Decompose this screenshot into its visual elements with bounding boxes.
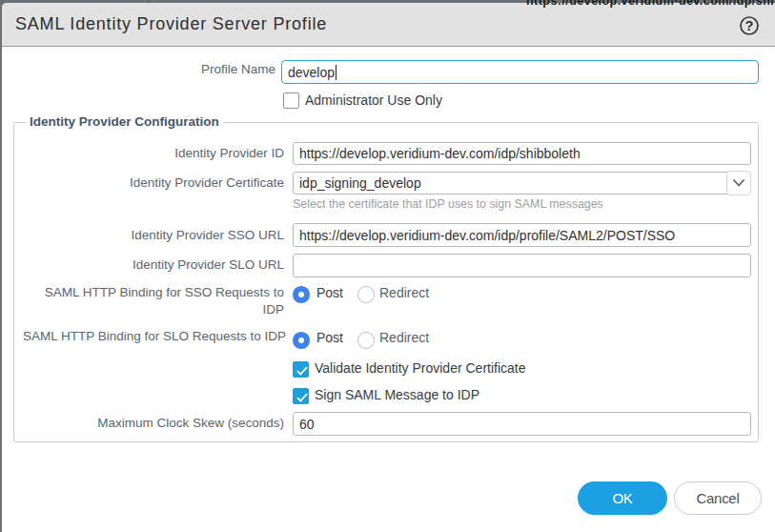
- svg-text:?: ?: [745, 18, 754, 33]
